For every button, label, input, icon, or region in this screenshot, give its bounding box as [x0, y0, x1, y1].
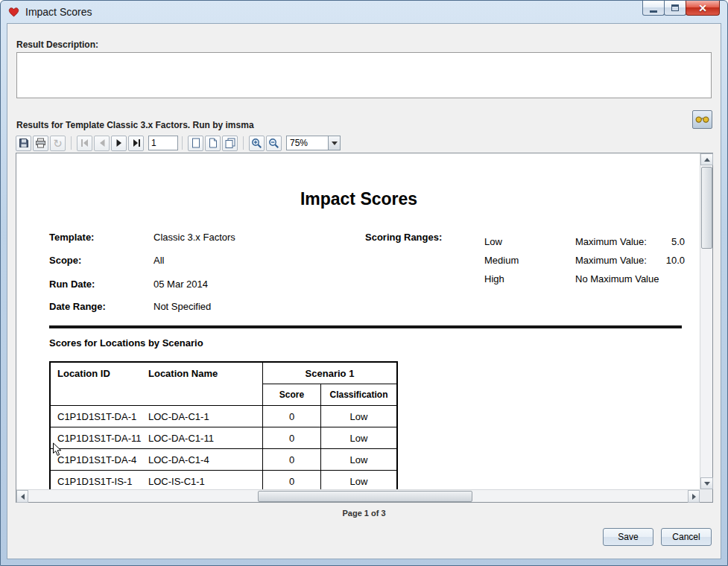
scroll-down-button[interactable] — [700, 477, 713, 489]
vertical-scroll-thumb[interactable] — [701, 167, 712, 249]
col-scenario: Scenario 1 — [262, 363, 396, 384]
section-divider — [49, 325, 682, 328]
previous-page-button[interactable] — [94, 136, 110, 151]
refresh-button[interactable]: ↻ — [50, 136, 66, 151]
col-classification: Classification — [320, 384, 396, 405]
report-page: Impact Scores Template: Classic 3.x Fact… — [16, 153, 701, 491]
last-page-icon — [132, 139, 141, 147]
next-page-button[interactable] — [111, 136, 127, 151]
col-location-id: Location ID — [51, 363, 148, 384]
table-row: C1P1D1S1T-DA-11 LOC-DA-C1-11 0 Low — [51, 427, 396, 449]
results-summary-text: Results for Template Classic 3.x Factors… — [16, 120, 254, 130]
minimize-button[interactable] — [642, 1, 665, 16]
minimize-icon — [650, 10, 657, 13]
mouse-cursor — [52, 442, 62, 460]
field-label: Date Range: — [49, 301, 106, 312]
single-page-icon — [192, 138, 200, 148]
col-score: Score — [262, 384, 320, 405]
maximize-button[interactable] — [664, 1, 686, 16]
range-max-value: 5.0 — [646, 236, 685, 247]
close-icon: ✕ — [698, 3, 707, 13]
arrow-up-icon — [704, 158, 710, 162]
window-title: Impact Scores — [25, 6, 92, 18]
chevron-down-icon — [332, 142, 338, 145]
actual-size-button[interactable] — [188, 136, 203, 151]
section-title: Scores for Locations by Scenario — [49, 337, 203, 349]
first-page-icon — [80, 139, 89, 147]
field-label: Scope: — [49, 255, 81, 266]
page-indicator: Page 1 of 3 — [7, 509, 721, 518]
binoculars-icon — [695, 115, 709, 124]
save-report-button[interactable] — [16, 136, 31, 151]
result-description-input[interactable] — [16, 52, 712, 98]
scroll-up-button[interactable] — [700, 153, 713, 165]
impact-scores-window: Impact Scores ✕ Result Description: Resu… — [0, 0, 728, 566]
scroll-right-button[interactable] — [688, 490, 700, 503]
view-report-button[interactable] — [692, 110, 712, 129]
field-value: Classic 3.x Factors — [153, 232, 235, 243]
range-max-label: Maximum Value: — [575, 255, 647, 266]
table-header-row: Location ID Location Name Scenario 1 — [51, 363, 396, 384]
zoom-level-value: 75% — [286, 136, 328, 150]
vertical-scrollbar[interactable] — [700, 153, 712, 489]
print-button[interactable] — [33, 136, 48, 151]
save-icon — [19, 138, 29, 148]
range-max-value: 10.0 — [646, 255, 685, 266]
toolbar-separator — [243, 136, 244, 150]
refresh-icon: ↻ — [53, 138, 63, 149]
next-page-icon — [115, 139, 124, 147]
scoring-ranges-label: Scoring Ranges: — [365, 232, 442, 243]
range-level: Low — [484, 236, 502, 247]
dialog-content: Result Description: Results for Template… — [7, 23, 721, 559]
table-row: C1P1D1S1T-DA-4 LOC-DA-C1-4 0 Low — [51, 449, 396, 471]
arrow-left-icon — [21, 494, 25, 500]
multiple-pages-icon — [225, 138, 235, 148]
last-page-button[interactable] — [128, 136, 144, 151]
field-label: Template: — [49, 232, 94, 243]
scores-table: Location ID Location Name Scenario 1 Sco… — [49, 361, 398, 491]
range-level: Medium — [484, 255, 519, 266]
page-number-input[interactable] — [148, 136, 178, 150]
table-row: C1P1D1S1T-IS-1 LOC-IS-C1-1 0 Low — [51, 471, 396, 491]
toolbar-separator — [71, 136, 72, 150]
previous-page-icon — [98, 139, 107, 147]
horizontal-scroll-thumb[interactable] — [258, 491, 472, 502]
first-page-button[interactable] — [77, 136, 92, 151]
field-value: Not Specified — [153, 301, 211, 312]
zoom-level-select[interactable]: 75% — [286, 136, 341, 150]
zoom-out-button[interactable] — [266, 136, 282, 151]
col-location-name: Location Name — [148, 363, 262, 384]
fit-page-button[interactable] — [205, 136, 221, 151]
zoom-in-icon — [251, 138, 262, 149]
zoom-out-icon — [268, 138, 279, 149]
table-subheader-row: Score Classification — [51, 384, 396, 406]
zoom-in-button[interactable] — [249, 136, 265, 151]
scroll-left-button[interactable] — [16, 490, 28, 503]
save-button[interactable]: Save — [603, 528, 653, 546]
range-level: High — [484, 273, 504, 284]
arrow-down-icon — [704, 482, 710, 486]
horizontal-scrollbar[interactable] — [16, 489, 700, 502]
app-logo-icon — [8, 7, 20, 18]
close-button[interactable]: ✕ — [686, 1, 720, 16]
printer-icon — [35, 138, 46, 148]
result-description-label: Result Description: — [16, 39, 98, 50]
maximize-icon — [671, 4, 679, 11]
report-title: Impact Scores — [16, 189, 701, 209]
arrow-right-icon — [692, 494, 696, 500]
cancel-button[interactable]: Cancel — [661, 528, 712, 546]
table-row: C1P1D1S1T-DA-1 LOC-DA-C1-1 0 Low — [51, 406, 396, 427]
fit-page-icon — [209, 138, 218, 148]
field-value: 05 Mar 2014 — [153, 279, 208, 290]
report-viewer: Impact Scores Template: Classic 3.x Fact… — [16, 153, 713, 503]
titlebar[interactable]: Impact Scores ✕ — [1, 1, 727, 23]
fit-width-button[interactable] — [222, 136, 238, 151]
range-max-label: Maximum Value: — [575, 236, 647, 247]
report-toolbar: ↻ — [16, 134, 341, 152]
scrollbar-corner — [700, 489, 712, 502]
range-max-label: No Maximum Value — [575, 273, 659, 284]
toolbar-separator — [182, 136, 183, 150]
zoom-dropdown-button[interactable] — [328, 136, 341, 150]
field-label: Run Date: — [49, 279, 95, 290]
field-value: All — [153, 255, 164, 266]
